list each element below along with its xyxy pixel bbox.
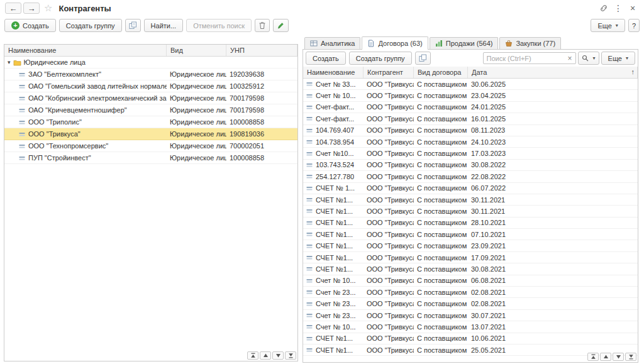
row-date: 06.08.2021 — [471, 277, 506, 284]
row-name: СЧЕТ №1... — [316, 219, 353, 226]
purchases-basket-icon — [505, 40, 513, 47]
row-date: 08.11.2023 — [471, 126, 505, 134]
scroll-bottom-button[interactable] — [285, 351, 296, 360]
table-row[interactable]: Счет № 10... ООО "Тривкуса" С поставщико… — [303, 90, 638, 101]
group-label: Юридические лица — [24, 58, 86, 66]
deletion-mark-button[interactable] — [255, 19, 270, 32]
scroll-up-button[interactable] — [600, 353, 611, 361]
create-group-button[interactable]: Создать группу — [59, 19, 122, 32]
table-row[interactable]: 103.743.524 ООО "Тривкуса" С поставщиком… — [303, 160, 638, 171]
search-options-button[interactable]: ▾ — [578, 52, 599, 65]
table-row[interactable]: СЧЕТ №1... ООО "Тривкуса" С поставщиком … — [303, 229, 638, 240]
contracts-more-button[interactable]: Еще ▾ — [601, 52, 635, 65]
row-kind: Юридическое лицо — [170, 118, 226, 126]
scroll-down-button[interactable] — [613, 353, 624, 361]
back-button[interactable]: ← — [5, 3, 21, 14]
column-header-contract-kind[interactable]: Вид договора — [414, 67, 468, 78]
row-contragent: ООО "Тривкуса" — [367, 92, 414, 99]
forward-button[interactable]: → — [23, 3, 40, 14]
column-header-name[interactable]: Наименование — [4, 45, 167, 56]
scroll-bottom-button[interactable] — [625, 353, 636, 361]
search-input[interactable] — [487, 55, 566, 62]
help-button[interactable]: ? — [628, 19, 640, 32]
contracts-list-nav — [587, 353, 636, 361]
favorite-star-icon[interactable]: ☆ — [44, 3, 52, 14]
table-row[interactable]: ООО "Триполис" Юридическое лицо 10000885… — [4, 116, 297, 128]
row-contragent: ООО "Тривкуса" — [367, 138, 414, 146]
table-row[interactable]: ОАО "Кричевцементношифер" Юридическое ли… — [4, 104, 297, 116]
table-row[interactable]: Счет № 10... ООО "Тривкуса" С поставщико… — [303, 275, 638, 287]
create-group-label: Создать группу — [66, 22, 115, 30]
table-row[interactable]: 254.127.780 ООО "Тривкуса" С поставщиком… — [303, 171, 638, 182]
table-row[interactable]: ОАО "Кобринский электромеханический заво… — [4, 92, 297, 104]
row-name: ООО "Тривкуса" — [28, 130, 80, 138]
row-unp: 100008858 — [230, 154, 264, 162]
column-header-kind[interactable]: Вид — [167, 45, 226, 56]
table-row[interactable]: Счет №10... ООО "Тривкуса" С поставщиком… — [303, 148, 638, 159]
table-row[interactable]: 104.769.407 ООО "Тривкуса" С поставщиком… — [303, 125, 638, 136]
table-row[interactable]: 104.738.954 ООО "Тривкуса" С поставщиком… — [303, 136, 638, 148]
table-row[interactable]: СЧЕТ №1... ООО "Тривкуса" С поставщиком … — [303, 333, 638, 345]
table-row[interactable]: Счет-факт... ООО "Тривкуса" С поставщико… — [303, 113, 638, 124]
cancel-search-button[interactable]: Отменить поиск — [186, 19, 252, 32]
tab-purchases[interactable]: Закупки (77) — [499, 37, 561, 49]
table-row[interactable]: СЧЕТ №1... ООО "Тривкуса" С поставщиком … — [303, 263, 638, 275]
element-icon — [306, 324, 313, 329]
scroll-up-button[interactable] — [260, 351, 271, 360]
tab-analytics[interactable]: Аналитика — [304, 37, 360, 49]
row-name: СЧЕТ №1... — [316, 196, 353, 204]
table-row[interactable]: СЧЕТ № 1... ООО "Тривкуса" С поставщиком… — [303, 183, 638, 194]
row-contract-kind: С поставщиком — [417, 161, 467, 168]
column-header-date[interactable]: Дата — [468, 67, 638, 78]
group-row[interactable]: ▾ Юридические лица — [4, 57, 297, 69]
find-button[interactable]: Найти... — [144, 19, 184, 32]
contracts-copy-button[interactable] — [415, 52, 431, 65]
row-unp: 100325912 — [230, 82, 264, 90]
row-date: 28.10.2021 — [471, 219, 506, 226]
table-row[interactable]: ПУП "Стройинвест" Юридическое лицо 10000… — [4, 152, 297, 164]
table-row[interactable]: СЧЕТ №1... ООО "Тривкуса" С поставщиком … — [303, 206, 638, 217]
table-row[interactable]: ООО "Тривкуса" Юридическое лицо 19081903… — [4, 128, 297, 140]
row-contract-kind: С поставщиком — [417, 103, 467, 111]
column-header-unp[interactable]: УНП — [226, 45, 297, 56]
expander-icon[interactable]: ▾ — [8, 59, 11, 65]
table-row[interactable]: Счет № 33... ООО "Тривкуса" С поставщико… — [303, 79, 638, 90]
table-row[interactable]: Счет № 23... ООО "Тривкуса" С поставщико… — [303, 298, 638, 309]
element-icon — [306, 116, 313, 121]
table-row[interactable]: СЧЕТ №1... ООО "Тривкуса" С поставщиком … — [303, 194, 638, 206]
contracts-create-button[interactable]: Создать — [306, 52, 346, 65]
get-link-button[interactable] — [597, 3, 610, 14]
clear-search-icon[interactable]: × — [566, 54, 574, 63]
row-contract-kind: С поставщиком — [417, 126, 467, 134]
scroll-top-button[interactable] — [247, 351, 258, 360]
create-button[interactable]: + Создать — [4, 19, 56, 32]
scroll-top-button[interactable] — [587, 353, 599, 361]
column-header-contragent[interactable]: Контрагент — [364, 67, 414, 78]
table-row[interactable]: СЧЕТ №1... ООО "Тривкуса" С поставщиком … — [303, 218, 638, 229]
table-row[interactable]: СЧЕТ №1... ООО "Тривкуса" С поставщиком … — [303, 252, 638, 263]
tab-sales[interactable]: Продажи (564) — [430, 37, 499, 49]
sort-ascending-icon[interactable]: ↑ — [631, 68, 635, 75]
row-contragent: ООО "Тривкуса" — [367, 115, 414, 123]
table-row[interactable]: ООО "Технопромсервис" Юридическое лицо 7… — [4, 140, 297, 152]
column-header-name[interactable]: Наименование — [303, 67, 364, 78]
table-row[interactable]: Счет-факт... ООО "Тривкуса" С поставщико… — [303, 102, 638, 113]
table-row[interactable]: ОАО "Гомельский завод литейных нормалей"… — [4, 80, 297, 92]
close-button[interactable]: × — [626, 3, 639, 14]
table-row[interactable]: Счет № 23... ООО "Тривкуса" С поставщико… — [303, 287, 638, 298]
table-row[interactable]: ЗАО "Белтехкомплект" Юридическое лицо 19… — [4, 69, 297, 80]
scroll-down-button[interactable] — [272, 351, 284, 360]
edit-button[interactable] — [273, 19, 289, 32]
element-icon — [306, 278, 313, 284]
element-icon — [19, 119, 25, 125]
element-icon — [306, 336, 313, 341]
window-menu-button[interactable]: ⋮ — [612, 3, 625, 14]
contracts-create-group-button[interactable]: Создать группу — [349, 52, 412, 65]
table-row[interactable]: Счет № 10... ООО "Тривкуса" С поставщико… — [303, 321, 638, 333]
copy-button[interactable] — [125, 19, 141, 32]
tab-contracts[interactable]: Договора (63) — [362, 36, 428, 50]
table-row[interactable]: Счет № 23... ООО "Тривкуса" С поставщико… — [303, 310, 638, 321]
detail-panel: Аналитика Договора (63) Продажи (564) За… — [303, 36, 638, 363]
more-button[interactable]: Еще ▾ — [591, 19, 625, 32]
table-row[interactable]: СЧЕТ №1... ООО "Тривкуса" С поставщиком … — [303, 240, 638, 251]
